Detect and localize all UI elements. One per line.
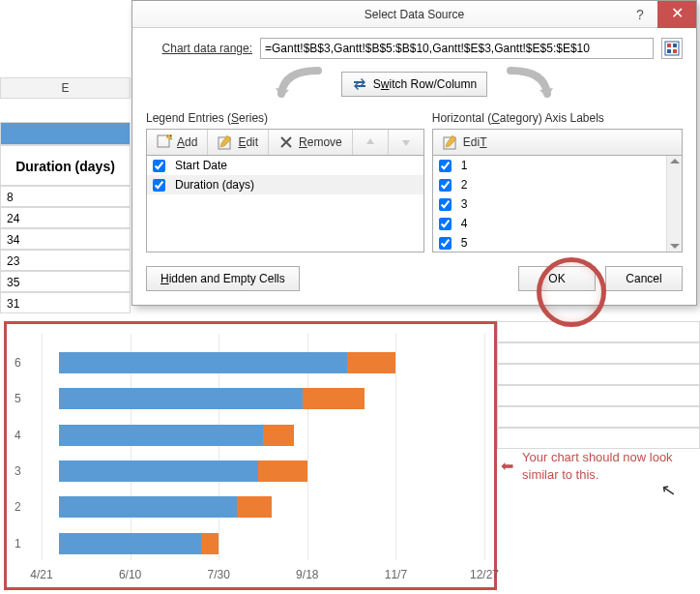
row-highlight <box>0 122 131 145</box>
hidden-empty-cells-button[interactable]: Hidden and Empty Cells <box>146 266 300 291</box>
add-series-button[interactable]: Add <box>147 130 208 155</box>
category-label: 5 <box>461 236 468 250</box>
category-checkbox[interactable] <box>439 218 452 230</box>
cell-e4[interactable]: 23 <box>0 250 131 271</box>
cell-e6[interactable]: 31 <box>0 292 131 313</box>
range-picker-icon <box>664 41 680 56</box>
y-tick-label: 5 <box>15 392 21 405</box>
remove-series-button[interactable]: Remove <box>269 130 353 155</box>
gridline <box>42 334 43 560</box>
chart-data-range-label: Chart data range: <box>146 42 252 55</box>
edit-series-button[interactable]: Edit <box>208 130 269 155</box>
grid-cell[interactable] <box>497 428 700 449</box>
cell-e1[interactable]: 8 <box>0 186 131 207</box>
annotation-text: Your chart should now look similar to th… <box>522 449 686 483</box>
x-tick-label: 4/21 <box>30 568 52 581</box>
grid-cell[interactable] <box>497 321 700 342</box>
category-label: 1 <box>461 159 468 172</box>
svg-rect-1 <box>667 44 671 47</box>
grid-cell[interactable] <box>497 385 700 406</box>
bar-start-date <box>59 533 201 554</box>
cancel-button[interactable]: Cancel <box>605 266 683 291</box>
category-labels-title: Horizontal (Category) Axis Labels <box>432 111 683 125</box>
category-labels-panel: Horizontal (Category) Axis Labels EdiT 1… <box>432 111 683 252</box>
legend-toolbar: Add Edit Remove <box>146 129 424 156</box>
dialog-bottom-row: Hidden and Empty Cells OK Cancel <box>146 266 683 291</box>
gridline <box>484 334 485 560</box>
move-down-button[interactable] <box>389 130 423 155</box>
bar-start-date <box>59 496 236 518</box>
edit-icon <box>443 134 458 150</box>
scrollbar[interactable] <box>666 156 682 252</box>
grid-cell[interactable] <box>497 342 700 364</box>
bar-start-date <box>59 388 303 409</box>
svg-rect-4 <box>673 49 677 53</box>
bar-duration <box>303 388 365 409</box>
cell-e2[interactable]: 24 <box>0 207 131 228</box>
y-tick-label: 1 <box>15 537 21 550</box>
category-row[interactable]: 1 <box>433 156 682 175</box>
dialog-titlebar[interactable]: Select Data Source ? ✕ <box>132 1 696 28</box>
bar-start-date <box>59 425 263 446</box>
series-checkbox[interactable] <box>153 179 165 192</box>
annotation-arrow-icon: ⬅ <box>501 457 513 475</box>
cell-e5[interactable]: 35 <box>0 271 131 292</box>
close-button[interactable]: ✕ <box>657 1 696 28</box>
switch-icon <box>352 76 367 92</box>
series-listbox[interactable]: Start Date Duration (days) <box>146 156 424 252</box>
category-row[interactable]: 4 <box>433 214 682 233</box>
range-picker-button[interactable] <box>661 38 683 59</box>
category-toolbar: EdiT <box>432 129 683 156</box>
select-data-source-dialog: Select Data Source ? ✕ Chart data range:… <box>131 0 697 306</box>
bar-duration <box>201 533 219 554</box>
category-row[interactable]: 2 <box>433 175 682 194</box>
x-tick-label: 9/18 <box>296 568 318 581</box>
bar-start-date <box>59 352 347 373</box>
legend-series-panel: Legend Entries (Series) Add Edit Remove <box>146 111 424 252</box>
category-label: 4 <box>461 217 468 230</box>
switch-row: Switch Row/Column <box>146 67 683 102</box>
svg-rect-3 <box>667 49 671 53</box>
bar-duration <box>263 425 294 446</box>
cell-e3[interactable]: 34 <box>0 228 131 250</box>
category-checkbox[interactable] <box>439 160 452 172</box>
x-tick-label: 12/27 <box>470 568 499 581</box>
series-checkbox[interactable] <box>153 160 165 172</box>
series-row[interactable]: Start Date <box>147 156 423 175</box>
category-label: 3 <box>461 197 468 211</box>
legend-series-title: Legend Entries (Series) <box>146 111 424 125</box>
grid-cell[interactable] <box>497 406 700 428</box>
grid-cell[interactable] <box>497 364 700 385</box>
dialog-title: Select Data Source <box>365 8 464 21</box>
x-tick-label: 7/30 <box>208 568 230 581</box>
category-row[interactable]: 5 <box>433 233 682 252</box>
y-tick-label: 3 <box>15 464 21 478</box>
x-tick-label: 11/7 <box>385 568 407 581</box>
svg-rect-2 <box>673 44 677 47</box>
switch-row-column-button[interactable]: Switch Row/Column <box>341 72 487 97</box>
chart-data-range-input[interactable] <box>260 38 654 59</box>
category-checkbox[interactable] <box>439 179 452 192</box>
y-tick-label: 6 <box>15 356 21 370</box>
arrow-left-icon <box>270 67 328 102</box>
edit-category-button[interactable]: EdiT <box>433 130 497 155</box>
up-icon <box>363 134 378 150</box>
col-header-e: E <box>0 77 131 99</box>
move-up-button[interactable] <box>353 130 389 155</box>
y-tick-label: 4 <box>15 429 21 442</box>
gantt-chart: 4/216/107/309/1811/712/27123456 <box>4 321 497 590</box>
arrow-right-icon <box>501 67 559 102</box>
category-listbox[interactable]: 1 2 3 4 5 <box>432 156 683 252</box>
bar-duration <box>237 496 273 518</box>
category-label: 2 <box>461 178 468 192</box>
series-row[interactable]: Duration (days) <box>147 175 423 194</box>
category-checkbox[interactable] <box>439 237 452 250</box>
category-checkbox[interactable] <box>439 198 452 211</box>
ok-button[interactable]: OK <box>518 266 596 291</box>
category-row[interactable]: 3 <box>433 194 682 214</box>
chart-data-range-row: Chart data range: <box>146 38 683 59</box>
series-label: Duration (days) <box>175 178 254 192</box>
bar-duration <box>347 352 395 373</box>
down-icon <box>398 134 414 150</box>
help-button[interactable]: ? <box>623 1 657 28</box>
